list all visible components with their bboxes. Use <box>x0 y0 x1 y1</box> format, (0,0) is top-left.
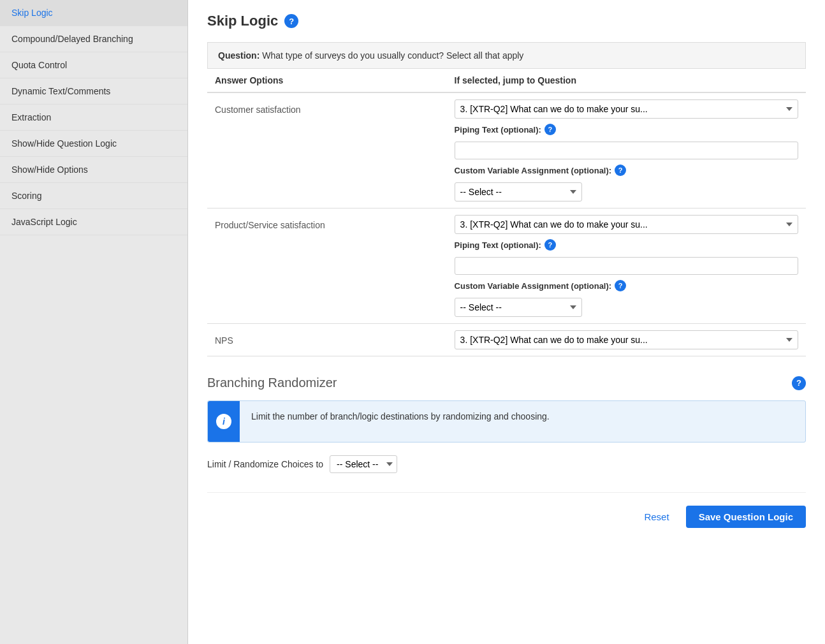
table-row: Product/Service satisfaction 3. [XTR-Q2]… <box>207 209 806 324</box>
randomizer-section: Branching Randomizer ? i Limit the numbe… <box>207 369 806 473</box>
randomizer-help-icon[interactable]: ? <box>792 376 806 390</box>
piping-help-icon-1[interactable]: ? <box>544 124 556 135</box>
info-icon: i <box>216 414 231 429</box>
info-box-text: Limit the number of branch/logic destina… <box>240 401 561 432</box>
sidebar-item-show-hide-question[interactable]: Show/Hide Question Logic <box>0 131 187 157</box>
reset-button[interactable]: Reset <box>636 506 676 528</box>
footer-actions: Reset Save Question Logic <box>207 492 806 534</box>
answer-label-2: Product/Service satisfaction <box>215 215 439 230</box>
custom-var-select-2[interactable]: -- Select -- <box>455 298 582 317</box>
save-button[interactable]: Save Question Logic <box>686 506 806 528</box>
piping-label-1: Piping Text (optional): <box>455 125 541 135</box>
sidebar-item-scoring[interactable]: Scoring <box>0 183 187 209</box>
limit-select[interactable]: -- Select -- 1 2 3 <box>330 455 397 473</box>
sidebar-item-skip-logic[interactable]: Skip Logic <box>0 0 187 26</box>
info-box-icon: i <box>208 401 240 442</box>
sidebar-item-compound-delayed[interactable]: Compound/Delayed Branching <box>0 26 187 52</box>
jump-select-3[interactable]: 3. [XTR-Q2] What can we do to make your … <box>455 330 798 349</box>
jump-select-1[interactable]: 3. [XTR-Q2] What can we do to make your … <box>455 99 798 119</box>
randomizer-title: Branching Randomizer <box>207 376 337 390</box>
col-header-answer: Answer Options <box>207 69 447 92</box>
jump-select-2[interactable]: 3. [XTR-Q2] What can we do to make your … <box>455 215 798 234</box>
piping-label-2: Piping Text (optional): <box>455 240 541 250</box>
limit-label: Limit / Randomize Choices to <box>207 459 323 469</box>
sidebar: Skip Logic Compound/Delayed Branching Qu… <box>0 0 188 644</box>
answer-table: Answer Options If selected, jump to Ques… <box>207 69 806 356</box>
sidebar-item-javascript-logic[interactable]: JavaScript Logic <box>0 209 187 235</box>
piping-help-icon-2[interactable]: ? <box>544 239 556 251</box>
custom-var-select-1[interactable]: -- Select -- <box>455 182 582 201</box>
answer-label-1: Customer satisfaction <box>215 99 439 115</box>
sidebar-item-extraction[interactable]: Extraction <box>0 105 187 131</box>
limit-row: Limit / Randomize Choices to -- Select -… <box>207 455 806 473</box>
sidebar-item-show-hide-options[interactable]: Show/Hide Options <box>0 157 187 183</box>
col-header-jump: If selected, jump to Question <box>447 69 806 92</box>
page-help-icon[interactable]: ? <box>284 14 298 28</box>
page-title-row: Skip Logic ? <box>207 13 806 29</box>
piping-input-2[interactable] <box>455 257 798 275</box>
sidebar-item-dynamic-text[interactable]: Dynamic Text/Comments <box>0 78 187 105</box>
table-row: NPS 3. [XTR-Q2] What can we do to make y… <box>207 324 806 356</box>
custom-var-help-icon-2[interactable]: ? <box>615 280 626 291</box>
custom-var-label-2: Custom Variable Assignment (optional): <box>455 281 612 291</box>
question-bar: Question: What type of surveys do you us… <box>207 42 806 69</box>
custom-var-label-1: Custom Variable Assignment (optional): <box>455 166 612 175</box>
randomizer-header: Branching Randomizer ? <box>207 376 806 390</box>
main-content: Skip Logic ? Question: What type of surv… <box>188 0 825 644</box>
page-title: Skip Logic <box>207 13 278 29</box>
question-prefix: Question: <box>218 50 259 61</box>
question-text: What type of surveys do you usually cond… <box>262 50 523 61</box>
randomizer-info-box: i Limit the number of branch/logic desti… <box>207 400 806 443</box>
table-row: Customer satisfaction 3. [XTR-Q2] What c… <box>207 92 806 209</box>
custom-var-help-icon-1[interactable]: ? <box>615 165 626 176</box>
sidebar-item-quota-control[interactable]: Quota Control <box>0 52 187 78</box>
answer-label-3: NPS <box>215 330 439 346</box>
piping-input-1[interactable] <box>455 142 798 159</box>
